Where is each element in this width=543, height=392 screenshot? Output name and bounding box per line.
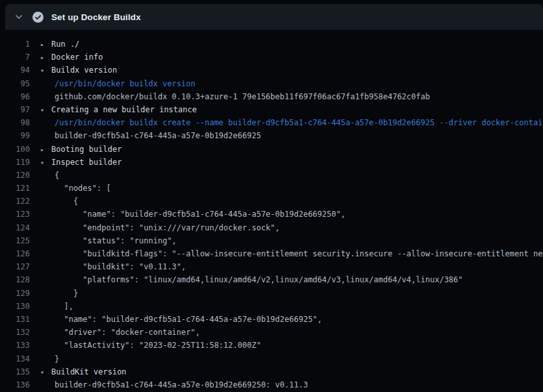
- log-line: 136builder-d9cfb5a1-c764-445a-a57e-0b19d…: [0, 378, 543, 391]
- log-text: /usr/bin/docker buildx create --name bui…: [40, 116, 543, 129]
- line-number[interactable]: 133: [0, 339, 30, 352]
- log-line: 129 }: [0, 287, 543, 300]
- log-line[interactable]: 94▾Buildx version: [0, 64, 543, 77]
- log-text: "platforms": "linux/amd64,linux/amd64/v2…: [40, 273, 543, 286]
- step-header[interactable]: Set up Docker Buildx: [5, 4, 543, 30]
- log-line: 130 ],: [0, 300, 543, 313]
- log-line: 127 "buildkit": "v0.11.3",: [0, 260, 543, 273]
- log-text: "endpoint": "unix:///var/run/docker.sock…: [40, 221, 543, 234]
- log-text: }: [40, 287, 543, 300]
- step-title: Set up Docker Buildx: [51, 12, 141, 22]
- line-number[interactable]: 94: [0, 64, 30, 77]
- triangle-down-icon: ▾: [40, 104, 51, 116]
- log-line: 96github.com/docker/buildx 0.10.3+azure-…: [0, 90, 543, 103]
- group-toggle[interactable]: ▸Booting builder: [40, 143, 543, 156]
- line-number[interactable]: 129: [0, 287, 30, 300]
- triangle-right-icon: ▸: [40, 143, 51, 156]
- log-viewer: Set up Docker Buildx 1▸Run ./7▸Docker in…: [0, 0, 543, 392]
- log-text: builder-d9cfb5a1-c764-445a-a57e-0b19d2e6…: [40, 378, 543, 391]
- group-title: Docker info: [51, 53, 103, 62]
- log-line: 123 "name": "builder-d9cfb5a1-c764-445a-…: [0, 208, 543, 221]
- log-line: 128 "platforms": "linux/amd64,linux/amd6…: [0, 273, 543, 286]
- triangle-down-icon: ▾: [40, 366, 51, 378]
- log-line[interactable]: 119▾Inspect builder: [0, 156, 543, 169]
- group-toggle[interactable]: ▸Docker info: [40, 51, 543, 64]
- triangle-down-icon: ▾: [40, 156, 51, 169]
- line-number[interactable]: 126: [0, 247, 30, 260]
- log-line: 131 "name": "builder-d9cfb5a1-c764-445a-…: [0, 313, 543, 326]
- line-number[interactable]: 131: [0, 313, 30, 326]
- line-number[interactable]: 123: [0, 208, 30, 221]
- log-line[interactable]: 135▾BuildKit version: [0, 365, 543, 378]
- line-number[interactable]: 125: [0, 234, 30, 247]
- group-title: Creating a new builder instance: [51, 105, 197, 114]
- log-line: 95/usr/bin/docker buildx version: [0, 77, 543, 90]
- log-line: 126 "buildkitd-flags": "--allow-insecure…: [0, 247, 543, 260]
- triangle-down-icon: ▾: [40, 64, 51, 77]
- log-text: {: [40, 169, 543, 182]
- log-text: "driver": "docker-container",: [40, 326, 543, 339]
- line-number[interactable]: 132: [0, 326, 30, 339]
- log-line: 121 "nodes": [: [0, 182, 543, 195]
- line-number[interactable]: 128: [0, 273, 30, 286]
- log-text: "status": "running",: [40, 234, 543, 247]
- group-title: BuildKit version: [51, 367, 127, 376]
- line-number[interactable]: 136: [0, 378, 30, 391]
- triangle-right-icon: ▸: [40, 38, 51, 51]
- log-text: }: [40, 352, 543, 365]
- group-title: Booting builder: [51, 145, 121, 154]
- log-line[interactable]: 100▸Booting builder: [0, 143, 543, 156]
- group-toggle[interactable]: ▾Creating a new builder instance: [40, 103, 543, 116]
- group-toggle[interactable]: ▾BuildKit version: [40, 365, 543, 378]
- log-text: github.com/docker/buildx 0.10.3+azure-1 …: [40, 90, 543, 103]
- line-number[interactable]: 122: [0, 195, 30, 208]
- check-circle-icon: [32, 12, 44, 23]
- line-number[interactable]: 99: [0, 129, 30, 142]
- log-text: builder-d9cfb5a1-c764-445a-a57e-0b19d2e6…: [40, 129, 543, 142]
- line-number[interactable]: 95: [0, 77, 30, 90]
- log-lines: 1▸Run ./7▸Docker info94▾Buildx version95…: [0, 30, 543, 392]
- group-title: Inspect builder: [51, 158, 121, 167]
- line-number[interactable]: 130: [0, 300, 30, 313]
- log-line: 125 "status": "running",: [0, 234, 543, 247]
- line-number[interactable]: 119: [0, 156, 30, 169]
- line-number[interactable]: 124: [0, 221, 30, 234]
- line-number[interactable]: 135: [0, 365, 30, 378]
- log-line: 99builder-d9cfb5a1-c764-445a-a57e-0b19d2…: [0, 129, 543, 142]
- log-line[interactable]: 1▸Run ./: [0, 38, 543, 51]
- log-text: "name": "builder-d9cfb5a1-c764-445a-a57e…: [40, 208, 543, 221]
- triangle-right-icon: ▸: [40, 51, 51, 64]
- log-text: {: [40, 195, 543, 208]
- log-text: "buildkit": "v0.11.3",: [40, 260, 543, 273]
- line-number[interactable]: 96: [0, 90, 30, 103]
- line-number[interactable]: 100: [0, 143, 30, 156]
- line-number[interactable]: 98: [0, 116, 30, 129]
- log-line: 124 "endpoint": "unix:///var/run/docker.…: [0, 221, 543, 234]
- log-line: 134}: [0, 352, 543, 365]
- line-number[interactable]: 97: [0, 103, 30, 116]
- line-number[interactable]: 120: [0, 169, 30, 182]
- log-text: "buildkitd-flags": "--allow-insecure-ent…: [40, 247, 543, 260]
- log-text: /usr/bin/docker buildx version: [40, 77, 543, 90]
- log-line[interactable]: 97▾Creating a new builder instance: [0, 103, 543, 116]
- group-title: Run ./: [51, 40, 79, 49]
- group-toggle[interactable]: ▾Inspect builder: [40, 156, 543, 169]
- log-text: "name": "builder-d9cfb5a1-c764-445a-a57e…: [40, 313, 543, 326]
- log-line: 122 {: [0, 195, 543, 208]
- line-number[interactable]: 134: [0, 352, 30, 365]
- group-toggle[interactable]: ▸Run ./: [40, 38, 543, 51]
- log-line: 98/usr/bin/docker buildx create --name b…: [0, 116, 543, 129]
- log-text: ],: [40, 300, 543, 313]
- line-number[interactable]: 1: [0, 38, 30, 51]
- line-number[interactable]: 121: [0, 182, 30, 195]
- log-line[interactable]: 7▸Docker info: [0, 51, 543, 64]
- collapse-step-button[interactable]: [10, 8, 27, 25]
- line-number[interactable]: 127: [0, 260, 30, 273]
- log-line: 120{: [0, 169, 543, 182]
- group-toggle[interactable]: ▾Buildx version: [40, 64, 543, 77]
- line-number[interactable]: 7: [0, 51, 30, 64]
- log-line: 133 "lastActivity": "2023-02-25T11:58:12…: [0, 339, 543, 352]
- log-text: "lastActivity": "2023-02-25T11:58:12.000…: [40, 339, 543, 352]
- chevron-down-icon: [14, 12, 23, 21]
- log-line: 132 "driver": "docker-container",: [0, 326, 543, 339]
